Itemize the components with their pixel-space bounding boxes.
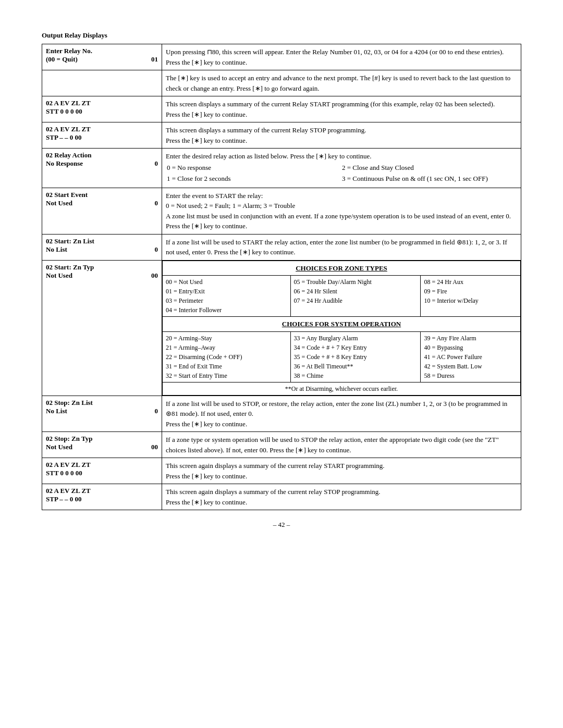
right-cell-stop-zntyp: If a zone type or system operation will … [162, 432, 521, 458]
left-cell-enter-relay: Enter Relay No. (00 = Quit) 01 [42, 44, 162, 70]
relay-action-line2: No Response [46, 159, 83, 168]
table-row: 02 A EV ZL ZT STP – – 0 00 This screen d… [42, 122, 521, 149]
page-number: – 42 – [42, 521, 521, 529]
start-znlist-value: 0 [155, 245, 158, 254]
table-row: 1 = Close for 2 seconds 3 = Continuous P… [167, 174, 516, 184]
sys-ops-col3: 39 = Any Fire Alarm40 = Bypassing41 = AC… [421, 331, 521, 382]
stop-znlist-value: 0 [155, 407, 158, 415]
right-cell-stp1: This screen displays a summary of the cu… [162, 122, 521, 149]
left-cell-stp2: 02 A EV ZL ZT STP – – 0 00 [42, 484, 162, 510]
zone-types-col3: 08 = 24 Hr Aux09 = Fire10 = Interior w/D… [421, 276, 521, 317]
start-event-value: 0 [155, 199, 158, 207]
table-row: The [∗] key is used to accept an entry a… [42, 70, 521, 96]
left-cell-start-event: 02 Start Event Not Used 0 [42, 188, 162, 234]
right-cell-stt1: This screen displays a summary of the cu… [162, 96, 521, 122]
table-row: 02 Start: Zn Typ Not Used 00 CHOICES FOR… [42, 260, 521, 396]
table-row: 0 = No response 2 = Close and Stay Close… [167, 163, 516, 173]
table-row: CHOICES FOR ZONE TYPES [163, 261, 521, 276]
enter-relay-line1: Enter Relay No. [46, 47, 158, 55]
main-table: Enter Relay No. (00 = Quit) 01 Upon pres… [42, 44, 521, 510]
right-cell-start-event: Enter the event to START the relay: 0 = … [162, 188, 521, 234]
table-row: **Or at Disarming, whichever occurs earl… [163, 382, 521, 395]
start-znlist-line2: No List [46, 245, 67, 254]
left-cell-stt2: 02 A EV ZL ZT STT 0 0 0 00 [42, 458, 162, 484]
system-ops-header: CHOICES FOR SYSTEM OPERATION [163, 317, 521, 332]
zone-types-col1: 00 = Not Used01 = Entry/Exit03 = Perimet… [163, 276, 291, 317]
start-znlist-line1: 02 Start: Zn List [46, 237, 158, 245]
stp2-line2: STP – – 0 00 [46, 495, 158, 503]
relay-action-line1: 02 Relay Action [46, 151, 158, 159]
star-key-text: The [∗] key is used to accept an entry a… [166, 74, 510, 92]
right-cell-stp2: This screen again displays a summary of … [162, 484, 521, 510]
stp1-line2: STP – – 0 00 [46, 133, 158, 142]
table-row: 02 A EV ZL ZT STP – – 0 00 This screen a… [42, 484, 521, 510]
table-row: 02 A EV ZL ZT STT 0 0 0 00 This screen d… [42, 96, 521, 122]
stt1-line1: 02 A EV ZL ZT [46, 99, 158, 107]
table-row: 02 Start: Zn List No List 0 If a zone li… [42, 234, 521, 260]
table-row: 20 = Arming–Stay21 = Arming–Away22 = Dis… [163, 331, 521, 382]
stp1-text: This screen displays a summary of the cu… [166, 126, 366, 144]
table-row: Enter Relay No. (00 = Quit) 01 Upon pres… [42, 44, 521, 70]
left-cell-stop-zntyp: 02 Stop: Zn Typ Not Used 00 [42, 432, 162, 458]
left-cell-relay-action: 02 Relay Action No Response 0 [42, 149, 162, 188]
start-event-line2: Not Used [46, 199, 72, 207]
start-zntyp-line2: Not Used [46, 272, 72, 280]
left-cell-start-zntyp: 02 Start: Zn Typ Not Used 00 [42, 260, 162, 396]
stop-znlist-line2: No List [46, 407, 67, 415]
left-cell-start-znlist: 02 Start: Zn List No List 0 [42, 234, 162, 260]
stop-zntyp-line2: Not Used [46, 443, 72, 451]
page-container: Output Relay Displays Enter Relay No. (0… [42, 31, 521, 529]
table-row: 02 Start Event Not Used 0 Enter the even… [42, 188, 521, 234]
right-cell-start-znlist: If a zone list will be used to START the… [162, 234, 521, 260]
sys-ops-col2: 33 = Any Burglary Alarm34 = Code + # + 7… [290, 331, 421, 382]
relay-col4: 3 = Continuous Pulse on & off (1 sec ON,… [342, 174, 516, 184]
stop-zntyp-value: 00 [151, 443, 158, 451]
zone-types-header: CHOICES FOR ZONE TYPES [163, 261, 521, 276]
relay-col2: 2 = Close and Stay Closed [342, 163, 516, 173]
start-zntyp-line1: 02 Start: Zn Typ [46, 263, 158, 272]
sys-ops-col1: 20 = Arming–Stay21 = Arming–Away22 = Dis… [163, 331, 291, 382]
right-cell-zone-choices: CHOICES FOR ZONE TYPES 00 = Not Used01 =… [162, 260, 521, 396]
stt1-text: This screen displays a summary of the cu… [166, 100, 495, 118]
table-row: 02 Stop: Zn List No List 0 If a zone lis… [42, 396, 521, 432]
enter-relay-value: 01 [151, 55, 158, 64]
enter-relay-line2: (00 = Quit) [46, 55, 78, 64]
left-cell-empty1 [42, 70, 162, 96]
left-cell-stp1: 02 A EV ZL ZT STP – – 0 00 [42, 122, 162, 149]
zone-choices-table: CHOICES FOR ZONE TYPES 00 = Not Used01 =… [162, 261, 521, 396]
right-cell-stop-znlist: If a zone list will be used to STOP, or … [162, 396, 521, 432]
stop-znlist-line1: 02 Stop: Zn List [46, 399, 158, 407]
zone-footnote: **Or at Disarming, whichever occurs earl… [163, 382, 521, 395]
table-row: CHOICES FOR SYSTEM OPERATION [163, 317, 521, 332]
enter-relay-text: Upon pressing ⊓80, this screen will appe… [166, 48, 504, 66]
left-cell-stop-znlist: 02 Stop: Zn List No List 0 [42, 396, 162, 432]
start-zntyp-value: 00 [151, 272, 158, 280]
table-row: 02 Relay Action No Response 0 Enter the … [42, 149, 521, 188]
right-cell-relay-action: Enter the desired relay action as listed… [162, 149, 521, 188]
stt1-line2: STT 0 0 0 00 [46, 107, 158, 116]
stt2-line1: 02 A EV ZL ZT [46, 461, 158, 469]
section-title: Output Relay Displays [42, 31, 521, 40]
stop-zntyp-line1: 02 Stop: Zn Typ [46, 435, 158, 443]
table-row: 02 A EV ZL ZT STT 0 0 0 00 This screen a… [42, 458, 521, 484]
table-row: 00 = Not Used01 = Entry/Exit03 = Perimet… [163, 276, 521, 317]
zone-types-col2: 05 = Trouble Day/Alarm Night06 = 24 Hr S… [290, 276, 421, 317]
left-cell-stt1: 02 A EV ZL ZT STT 0 0 0 00 [42, 96, 162, 122]
right-cell-star-key: The [∗] key is used to accept an entry a… [162, 70, 521, 96]
right-cell-enter-relay: Upon pressing ⊓80, this screen will appe… [162, 44, 521, 70]
relay-action-table: 0 = No response 2 = Close and Stay Close… [166, 162, 517, 185]
stt2-line2: STT 0 0 0 00 [46, 469, 158, 477]
right-cell-stt2: This screen again displays a summary of … [162, 458, 521, 484]
stp2-line1: 02 A EV ZL ZT [46, 487, 158, 495]
relay-action-value: 0 [155, 159, 158, 168]
table-row: 02 Stop: Zn Typ Not Used 00 If a zone ty… [42, 432, 521, 458]
start-event-line1: 02 Start Event [46, 191, 158, 199]
relay-col3: 1 = Close for 2 seconds [167, 174, 341, 184]
stp1-line1: 02 A EV ZL ZT [46, 125, 158, 133]
relay-col1: 0 = No response [167, 163, 341, 173]
